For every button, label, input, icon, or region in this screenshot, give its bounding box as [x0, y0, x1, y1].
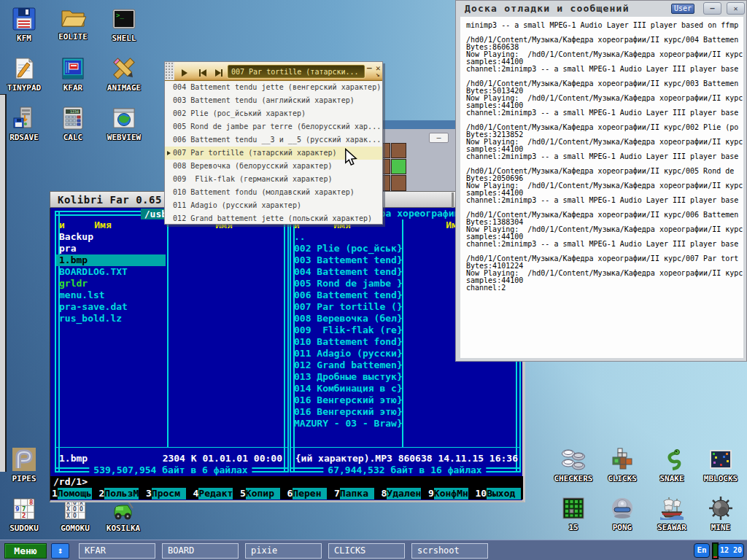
- clicks-tile[interactable]: [391, 175, 406, 191]
- clicks-minimize-button[interactable]: —: [429, 133, 449, 143]
- file-item[interactable]: ..: [294, 231, 306, 243]
- checkers-icon: [560, 446, 587, 472]
- fkey-5[interactable]: 5Копир: [240, 488, 280, 499]
- webview-desktop-icon[interactable]: [111, 105, 137, 131]
- playlist-item[interactable]: 003 Battement tendu (английский характер…: [165, 94, 382, 107]
- file-item[interactable]: 009 Flik-flak (re}: [294, 324, 403, 336]
- clock[interactable]: 12 20: [718, 543, 744, 558]
- minimize-icon[interactable]: —: [367, 63, 372, 73]
- playlist-item[interactable]: 004 Battement tendu jette (венгерский ха…: [165, 81, 382, 94]
- panel-border: [291, 447, 519, 448]
- file-item[interactable]: pra: [59, 243, 76, 254]
- animage-desktop-icon[interactable]: [111, 55, 137, 82]
- file-item[interactable]: 007 Par tortille (}: [294, 301, 403, 313]
- file-item[interactable]: 012 Grand battemen}: [294, 359, 403, 371]
- fkey-10[interactable]: 10Выход: [476, 488, 522, 499]
- far-title-divider: [452, 192, 454, 208]
- pipes-desktop-icon[interactable]: [11, 446, 37, 472]
- play-button[interactable]: [181, 66, 188, 80]
- taskbar-task-clicks[interactable]: CLICKS: [328, 543, 405, 559]
- drag-grip[interactable]: [165, 62, 174, 80]
- fifteen-desktop-icon[interactable]: [560, 495, 587, 521]
- command-line[interactable]: /rd/1>: [50, 476, 523, 488]
- file-item[interactable]: pra-save.dat: [59, 301, 128, 313]
- tinypad-desktop-icon[interactable]: [11, 55, 37, 82]
- clicks-tile[interactable]: [383, 159, 390, 174]
- kfm-desktop-icon[interactable]: [11, 6, 37, 32]
- menu-button[interactable]: Меню: [4, 543, 47, 559]
- playlist-item[interactable]: 011 Adagio (русский характер): [165, 199, 382, 212]
- kfar-desktop-icon[interactable]: [60, 55, 86, 82]
- playlist-item[interactable]: 012 Grand battement jette (польский хара…: [165, 212, 382, 225]
- playlist-item[interactable]: 006 Battement tendu __3 и __5 (русский х…: [165, 133, 382, 147]
- file-item[interactable]: 013 Дробные выстук}: [294, 371, 403, 383]
- next-track-button[interactable]: [214, 66, 223, 80]
- previous-track-button[interactable]: [198, 66, 207, 80]
- pong-desktop-icon[interactable]: [609, 495, 635, 521]
- file-item[interactable]: 002 Plie (рос_йськ}: [294, 243, 403, 254]
- minimize-button[interactable]: —: [703, 2, 721, 15]
- eolite-desktop-icon[interactable]: [60, 4, 86, 31]
- taskbar-task-pixie[interactable]: pixie: [245, 543, 322, 559]
- file-item[interactable]: rus_bold.lz: [59, 313, 122, 324]
- file-item[interactable]: Backup: [59, 231, 93, 243]
- fkey-6[interactable]: 6Перен: [287, 488, 328, 499]
- playlist-item[interactable]: 009 Flik-flak (германский характер): [165, 173, 382, 186]
- taskbar-task-board[interactable]: BOARD: [162, 543, 239, 559]
- fkey-3[interactable]: 3Просм: [146, 488, 186, 499]
- right-status-info: {ий характер).MP3 860638 14.11.15 16:36: [293, 453, 518, 464]
- file-item[interactable]: BOARDLOG.TXT: [59, 266, 128, 278]
- language-indicator[interactable]: En: [694, 543, 710, 558]
- fkey-1[interactable]: 1Помощь: [52, 488, 92, 499]
- window-list-button[interactable]: ↕: [51, 543, 69, 559]
- fkey-7[interactable]: 7Папка: [334, 488, 374, 499]
- file-item[interactable]: 005 Rond de jambe }: [294, 278, 403, 289]
- rdsave-desktop-icon[interactable]: [11, 105, 37, 131]
- file-item[interactable]: 004 Battement tend}: [294, 266, 403, 278]
- clicks-tile[interactable]: [383, 143, 390, 158]
- seawar-desktop-icon[interactable]: [659, 495, 685, 521]
- right-panel-totals: 67,944,532 байт в 16 файлах: [323, 464, 486, 476]
- file-item[interactable]: 010 Battement fond}: [294, 336, 403, 348]
- checkers-desktop-icon[interactable]: [560, 446, 587, 472]
- file-item[interactable]: 016 Венгерский этю}: [294, 406, 403, 418]
- close-button[interactable]: ✕: [727, 2, 745, 15]
- sudoku-desktop-icon[interactable]: 8972: [11, 496, 37, 522]
- playlist-item[interactable]: 010 Battement fondu (молдавский характер…: [165, 186, 382, 199]
- resize-icon[interactable]: ↘: [376, 71, 379, 78]
- debug-window-title: Доска отладки и сообщений: [465, 3, 630, 14]
- playlist-item[interactable]: 002 Plie (рос_йський характер): [165, 107, 382, 120]
- playlist-item[interactable]: 005 Rond de jambe par terre (белорусский…: [165, 120, 382, 133]
- fkey-9[interactable]: 9КонфМн: [428, 488, 468, 499]
- fkey-number: 3: [146, 488, 152, 499]
- shell-desktop-icon[interactable]: >_: [111, 6, 137, 32]
- clicks-tile[interactable]: [383, 175, 390, 191]
- file-item[interactable]: grldr: [59, 278, 88, 289]
- taskbar-task-scrshoot[interactable]: scrshoot: [411, 543, 488, 559]
- clicks-tile[interactable]: [391, 159, 406, 174]
- user-button[interactable]: User: [671, 4, 694, 14]
- file-item[interactable]: 011 Adagio (русски}: [294, 348, 403, 359]
- file-item[interactable]: 014 Комбинация в с}: [294, 383, 403, 394]
- clicks-tile[interactable]: [391, 143, 406, 158]
- file-item[interactable]: 016 Венгерский этю}: [294, 394, 403, 406]
- mouse-cursor: [344, 148, 357, 167]
- fkey-8[interactable]: 8Удален: [382, 488, 422, 499]
- clicks-title-bar[interactable]: [383, 120, 455, 129]
- calc-desktop-icon[interactable]: 1234: [60, 105, 86, 131]
- file-item[interactable]: menu.lst: [59, 289, 105, 301]
- file-item[interactable]: MAZURY - 03 - Braw}: [294, 418, 403, 429]
- file-item[interactable]: 006 Battement tend}: [294, 289, 403, 301]
- mblocks-desktop-icon[interactable]: [708, 446, 734, 472]
- fkey-4[interactable]: 4Редакт: [193, 488, 233, 499]
- snake-desktop-icon[interactable]: [659, 446, 685, 472]
- clicks-desktop-icon[interactable]: [609, 446, 635, 472]
- file-item[interactable]: 003 Battement tend}: [294, 254, 403, 266]
- fkey-2[interactable]: 2ПользМ: [99, 488, 139, 499]
- mine-desktop-icon[interactable]: [708, 495, 734, 521]
- panel-border: [287, 211, 289, 472]
- file-item-selected[interactable]: 1.bmp: [59, 254, 88, 266]
- file-item[interactable]: 008 Веревочка (бел}: [294, 313, 403, 324]
- taskbar-task-kfar[interactable]: KFAR: [79, 543, 155, 559]
- fkey-number: 1: [52, 488, 58, 499]
